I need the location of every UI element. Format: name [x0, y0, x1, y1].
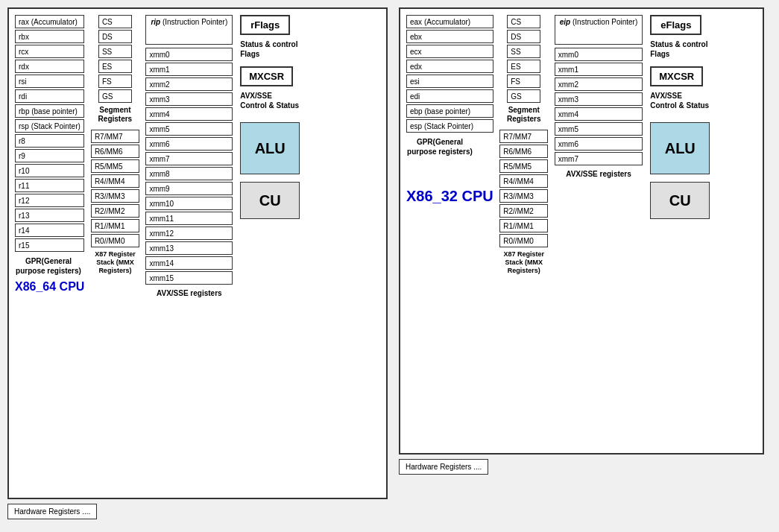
gpr-rdx: rdx [15, 60, 84, 73]
gpr-r10: r10 [15, 164, 84, 177]
xmm2-32: xmm2 [555, 77, 643, 91]
gpr-r14: r14 [15, 224, 84, 237]
xmm0-32: xmm0 [555, 48, 643, 61]
xmm4-32: xmm4 [555, 107, 643, 121]
flags-desc-64: Status & control Flags [240, 39, 300, 59]
cpu-title-32: X86_32 CPU [406, 188, 493, 205]
xmm6-32: xmm6 [555, 137, 643, 151]
gpr-rsi: rsi [15, 75, 84, 88]
gpr-r15: r15 [15, 238, 84, 252]
xmm6-64: xmm6 [145, 137, 233, 151]
xmm1-32: xmm1 [555, 63, 643, 76]
gpr-rsp: rsp (Stack Pointer) [15, 119, 84, 133]
gpr-eax: eax (Accumulator) [406, 15, 493, 28]
x87-r7mm7-64: R7/MM7 [91, 130, 139, 143]
mxcsr-desc-64: AVX/SSE Control & Status [240, 91, 300, 110]
x87-r6mm6-64: R6/MM6 [91, 145, 139, 158]
xmm-column-32: xmm0 xmm1 xmm2 xmm3 xmm4 xmm5 xmm6 xmm7 [555, 48, 643, 165]
gpr-label-32: GPR(General purpose registers) [406, 137, 473, 156]
x87-r1mm1-32: R1//MM1 [499, 219, 548, 232]
x87-r3mm3-64: R3//MM3 [91, 189, 139, 203]
xmm4-64: xmm4 [145, 107, 233, 121]
gpr-rbp: rbp (base pointer) [15, 104, 84, 118]
x87-r6mm6-32: R6/MM6 [499, 145, 548, 158]
x87-r0mm0-64: R0//MM0 [91, 234, 139, 247]
mxcsr-box-32: MXCSR [650, 66, 703, 86]
x87-r4mm4-32: R4//MM4 [499, 174, 548, 188]
x87-r5mm5-32: R5/MM5 [499, 159, 548, 173]
xmm7-64: xmm7 [145, 152, 233, 165]
xmm0-64: xmm0 [145, 48, 233, 61]
xmm12-64: xmm12 [145, 227, 233, 240]
x87-r1mm1-64: R1//MM1 [91, 219, 139, 232]
rflags-box: rFlags [240, 15, 290, 35]
gpr-r11: r11 [15, 179, 84, 192]
eflags-box: eFlags [650, 15, 701, 35]
xmm11-64: xmm11 [145, 212, 233, 225]
seg-label-64: Segment Registers [96, 106, 133, 124]
xmm9-64: xmm9 [145, 182, 233, 195]
cpu-title-64: X86_64 CPU [15, 280, 84, 294]
cu-box-32: CU [650, 182, 710, 219]
gpr-label-64: GPR(General purpose registers) [15, 256, 82, 276]
x87-r7mm7-32: R7/MM7 [499, 130, 548, 143]
gpr-rdi: rdi [15, 89, 84, 103]
xmm13-64: xmm13 [145, 241, 233, 255]
seg-es-32: ES [507, 60, 540, 73]
eip-desc: (Instruction Pointer) [573, 18, 637, 26]
hw-button-32[interactable]: Hardware Registers .... [399, 459, 488, 475]
seg-column-64: CS DS SS ES FS GS Segment Registers R7/M… [89, 15, 141, 274]
xmm2-64: xmm2 [145, 77, 233, 91]
seg-column-32: CS DS SS ES FS GS Segment Registers R7/M… [498, 15, 550, 274]
gpr-edx: edx [406, 60, 493, 73]
alu-box-32: ALU [650, 122, 710, 174]
seg-cs-32: CS [507, 15, 540, 28]
seg-fs-64: FS [98, 75, 132, 88]
x87-r2mm2-64: R2//MM2 [91, 204, 139, 218]
avx-label-32: AVX/SSE registers [555, 170, 643, 179]
gpr-esi: esi [406, 75, 493, 88]
gpr-esp: esp (Stack Pointer) [406, 119, 493, 133]
mxcsr-desc-32: AVX/SSE Control & Status [650, 91, 710, 110]
right-panel-64: rFlags Status & control Flags MXCSR AVX/… [240, 15, 300, 219]
gpr-r12: r12 [15, 194, 84, 207]
x87-column-64: R7/MM7 R6/MM6 R5/MM5 R4//MM4 R3//MM3 R2/… [91, 130, 139, 247]
gpr-r9: r9 [15, 149, 84, 162]
x87-r3mm3-32: R3//MM3 [499, 189, 548, 203]
seg-ss-64: SS [98, 45, 132, 58]
gpr-column-64: rax (Accumulator) rbx rcx rdx rsi rdi rb… [15, 15, 84, 294]
x87-r0mm0-32: R0//MM0 [499, 234, 548, 247]
seg-fs-32: FS [507, 75, 540, 88]
gpr-r13: r13 [15, 209, 84, 222]
flags-desc-32: Status & control Flags [650, 39, 710, 59]
seg-label-32: Segment Registers [505, 106, 543, 124]
xmm10-64: xmm10 [145, 197, 233, 210]
x87-r2mm2-32: R2//MM2 [499, 204, 548, 218]
eip-label: eip [560, 18, 570, 26]
gpr-ebp: ebp (base pointer) [406, 104, 493, 118]
xmm14-64: xmm14 [145, 256, 233, 270]
x87-label-32: X87 Register Stack (MMX Registers) [498, 250, 550, 274]
xmm8-64: xmm8 [145, 167, 233, 180]
rip-box-64: rip (Instruction Pointer) [145, 15, 233, 45]
xmm5-32: xmm5 [555, 122, 643, 136]
seg-ds-32: DS [507, 30, 540, 43]
gpr-rcx: rcx [15, 45, 84, 58]
mxcsr-box-64: MXCSR [240, 66, 293, 86]
seg-gs-64: GS [98, 89, 132, 103]
xmm3-32: xmm3 [555, 92, 643, 106]
eip-xmm-column-32: eip (Instruction Pointer) xmm0 xmm1 xmm2… [555, 15, 643, 179]
gpr-ebx: ebx [406, 30, 493, 43]
x86-32-box: eax (Accumulator) ebx ecx edx esi edi eb… [399, 7, 764, 455]
seg-ds-64: DS [98, 30, 132, 43]
hw-button-64[interactable]: Hardware Registers .... [7, 504, 97, 519]
x87-column-32: R7/MM7 R6/MM6 R5/MM5 R4//MM4 R3//MM3 R2/… [499, 130, 548, 247]
gpr-rbx: rbx [15, 30, 84, 43]
xmm15-64: xmm15 [145, 271, 233, 285]
cu-box-64: CU [240, 182, 300, 219]
x87-label-64: X87 Register Stack (MMX Registers) [89, 250, 141, 274]
rip-desc: (Instruction Pointer) [163, 18, 227, 26]
x87-r4mm4-64: R4//MM4 [91, 174, 139, 188]
alu-box-64: ALU [240, 122, 300, 174]
gpr-column-32: eax (Accumulator) ebx ecx edx esi edi eb… [406, 15, 493, 205]
